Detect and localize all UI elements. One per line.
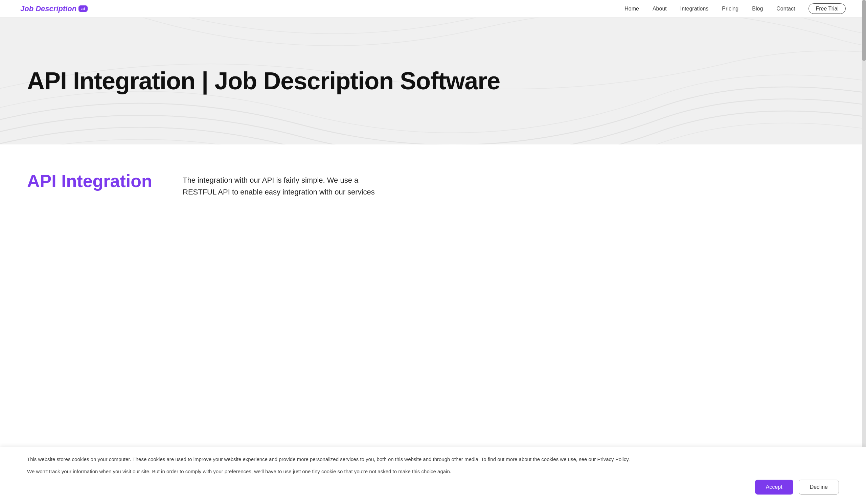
content-body: The integration with our API is fairly s… (183, 174, 839, 198)
logo[interactable]: Job Description ai (20, 4, 88, 13)
navbar: Job Description ai Home About Integratio… (0, 0, 866, 18)
nav-home[interactable]: Home (624, 6, 639, 11)
nav-contact[interactable]: Contact (776, 6, 795, 11)
hero-content: API Integration | Job Description Softwa… (27, 68, 500, 94)
logo-badge: ai (78, 5, 88, 12)
nav-pricing[interactable]: Pricing (722, 6, 739, 11)
logo-text: Job Description (20, 4, 76, 13)
nav-links: Home About Integrations Pricing Blog Con… (624, 6, 846, 12)
scrollbar[interactable] (862, 0, 866, 211)
hero-title: API Integration | Job Description Softwa… (27, 68, 500, 94)
content-section: API Integration The integration with our… (0, 144, 866, 211)
hero-section: API Integration | Job Description Softwa… (0, 18, 866, 144)
section-heading: API Integration (27, 171, 156, 191)
scrollbar-thumb[interactable] (862, 0, 866, 61)
content-right: The integration with our API is fairly s… (183, 171, 839, 198)
content-left: API Integration (27, 171, 156, 191)
nav-blog[interactable]: Blog (752, 6, 763, 11)
nav-integrations[interactable]: Integrations (680, 6, 709, 11)
nav-about[interactable]: About (653, 6, 667, 11)
nav-free-trial[interactable]: Free Trial (809, 3, 846, 14)
